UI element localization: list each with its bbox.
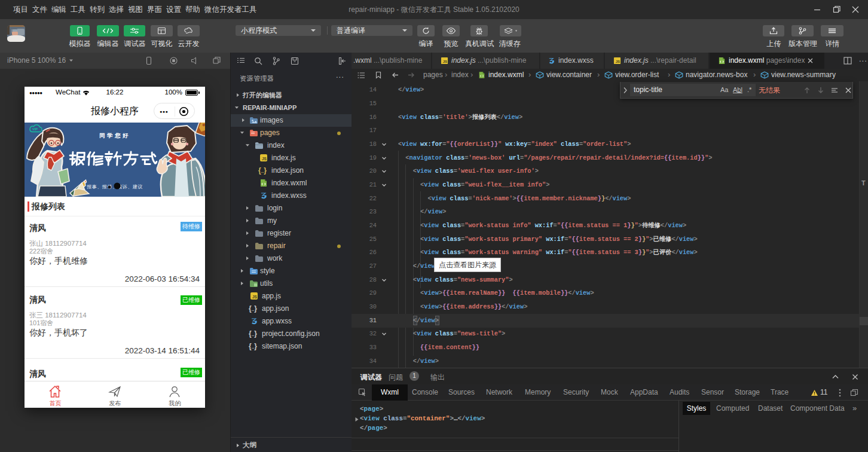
svg-text:同学您好: 同学您好 (99, 132, 130, 139)
svg-text:VIP: VIP (32, 127, 38, 131)
svg-text:JS: JS (262, 157, 267, 161)
svg-text:JS: JS (443, 60, 447, 63)
svg-text:JS: JS (616, 60, 620, 63)
svg-text:JS: JS (252, 295, 258, 299)
